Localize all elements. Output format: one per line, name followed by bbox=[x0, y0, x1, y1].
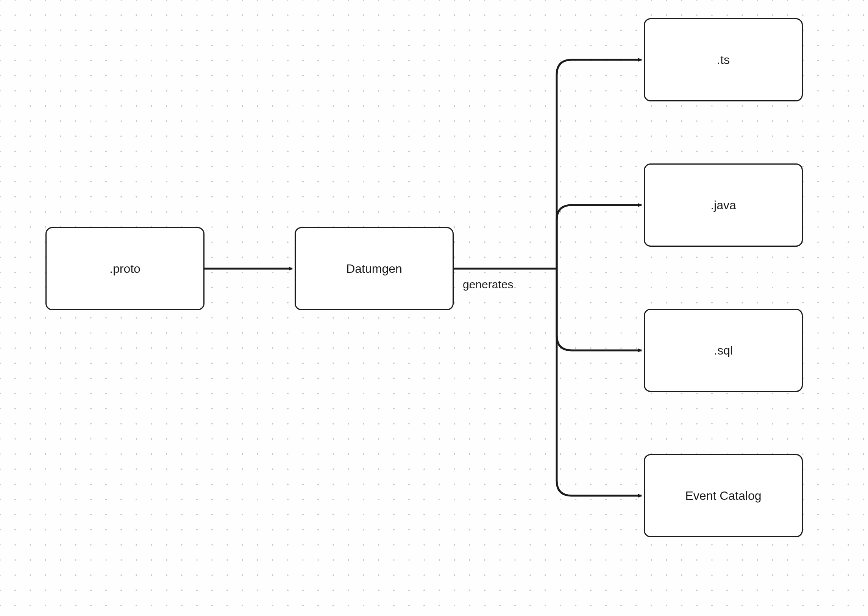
node-datumgen[interactable]: Datumgen bbox=[295, 227, 454, 310]
node-sql[interactable]: .sql bbox=[644, 309, 803, 392]
node-java[interactable]: .java bbox=[644, 163, 803, 247]
node-datumgen-label: Datumgen bbox=[346, 262, 402, 276]
node-ts-label: .ts bbox=[717, 53, 730, 67]
node-ts[interactable]: .ts bbox=[644, 18, 803, 101]
node-eventcatalog-label: Event Catalog bbox=[685, 489, 761, 503]
node-proto[interactable]: .proto bbox=[46, 227, 205, 310]
edge-generates-label: generates bbox=[463, 278, 513, 291]
node-sql-label: .sql bbox=[714, 344, 733, 358]
node-eventcatalog[interactable]: Event Catalog bbox=[644, 454, 803, 537]
node-proto-label: .proto bbox=[109, 262, 140, 276]
node-java-label: .java bbox=[710, 198, 736, 212]
